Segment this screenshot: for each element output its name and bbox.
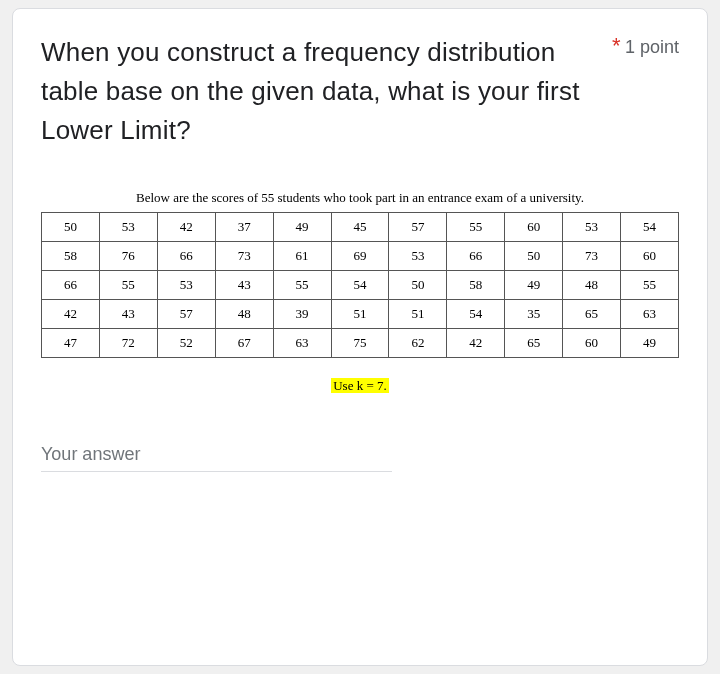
table-cell: 66: [447, 242, 505, 271]
table-cell: 60: [621, 242, 679, 271]
table-cell: 55: [273, 271, 331, 300]
table-row: 5876667361695366507360: [42, 242, 679, 271]
table-cell: 53: [99, 213, 157, 242]
table-cell: 48: [563, 271, 621, 300]
table-cell: 50: [42, 213, 100, 242]
table-cell: 54: [447, 300, 505, 329]
table-cell: 72: [99, 329, 157, 358]
table-cell: 60: [505, 213, 563, 242]
points-group: * 1 point: [612, 33, 679, 59]
table-cell: 49: [273, 213, 331, 242]
formula-note-text: Use k = 7.: [331, 378, 389, 393]
table-row: 6655534355545058494855: [42, 271, 679, 300]
table-cell: 65: [563, 300, 621, 329]
table-cell: 54: [331, 271, 389, 300]
table-cell: 45: [331, 213, 389, 242]
table-row: 5053423749455755605354: [42, 213, 679, 242]
data-block: Below are the scores of 55 students who …: [41, 190, 679, 394]
table-cell: 42: [157, 213, 215, 242]
question-card: When you construct a frequency distribut…: [12, 8, 708, 666]
table-cell: 63: [621, 300, 679, 329]
table-cell: 75: [331, 329, 389, 358]
table-caption: Below are the scores of 55 students who …: [41, 190, 679, 206]
table-cell: 55: [447, 213, 505, 242]
table-cell: 69: [331, 242, 389, 271]
table-cell: 58: [42, 242, 100, 271]
table-cell: 49: [621, 329, 679, 358]
table-cell: 50: [505, 242, 563, 271]
table-cell: 51: [331, 300, 389, 329]
table-cell: 53: [389, 242, 447, 271]
table-cell: 35: [505, 300, 563, 329]
table-cell: 73: [215, 242, 273, 271]
table-cell: 67: [215, 329, 273, 358]
table-row: 4772526763756242656049: [42, 329, 679, 358]
table-cell: 76: [99, 242, 157, 271]
table-cell: 48: [215, 300, 273, 329]
table-cell: 52: [157, 329, 215, 358]
table-cell: 43: [215, 271, 273, 300]
table-cell: 43: [99, 300, 157, 329]
answer-input[interactable]: [41, 440, 392, 472]
required-asterisk-icon: *: [612, 33, 621, 58]
table-cell: 62: [389, 329, 447, 358]
table-cell: 54: [621, 213, 679, 242]
table-cell: 57: [389, 213, 447, 242]
table-cell: 66: [42, 271, 100, 300]
answer-row: [41, 440, 679, 472]
table-cell: 42: [42, 300, 100, 329]
table-cell: 51: [389, 300, 447, 329]
table-cell: 47: [42, 329, 100, 358]
table-cell: 50: [389, 271, 447, 300]
table-cell: 53: [157, 271, 215, 300]
table-cell: 63: [273, 329, 331, 358]
table-cell: 37: [215, 213, 273, 242]
formula-note: Use k = 7.: [41, 376, 679, 394]
table-cell: 65: [505, 329, 563, 358]
table-cell: 73: [563, 242, 621, 271]
table-cell: 55: [621, 271, 679, 300]
table-cell: 53: [563, 213, 621, 242]
table-cell: 60: [563, 329, 621, 358]
table-cell: 49: [505, 271, 563, 300]
question-header: When you construct a frequency distribut…: [41, 33, 679, 150]
table-row: 4243574839515154356563: [42, 300, 679, 329]
table-cell: 42: [447, 329, 505, 358]
table-cell: 57: [157, 300, 215, 329]
table-cell: 61: [273, 242, 331, 271]
table-cell: 66: [157, 242, 215, 271]
table-cell: 58: [447, 271, 505, 300]
scores-table: 5053423749455755605354587666736169536650…: [41, 212, 679, 358]
table-cell: 55: [99, 271, 157, 300]
points-label: 1 point: [625, 37, 679, 57]
table-cell: 39: [273, 300, 331, 329]
question-title: When you construct a frequency distribut…: [41, 33, 600, 150]
